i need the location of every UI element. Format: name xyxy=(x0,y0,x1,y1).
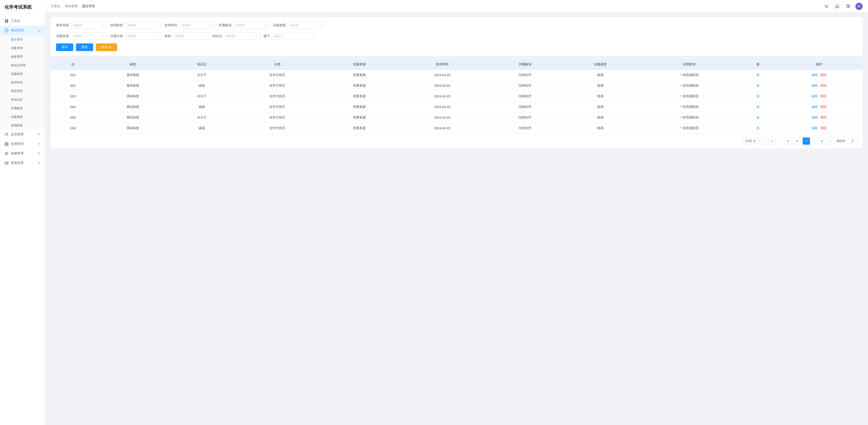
pagination-page-5[interactable]: 5 xyxy=(784,138,792,145)
sidebar-item-paper-mgmt[interactable]: 试卷管理 xyxy=(0,44,45,53)
pagination-page-1[interactable]: 1 xyxy=(769,138,776,145)
filter-select-recommend-level[interactable]: 请选择 ▼ xyxy=(70,22,107,29)
filter-item-tag: 标签 请选择 ▼ xyxy=(164,33,209,40)
breadcrumb-sep-1: › xyxy=(62,4,63,8)
filter-label-recommend-level: 推荐等级 xyxy=(56,23,69,27)
table-row: 002 测试标签 碳族 化学方程式 初赛真题 2024-04-20 结构化学 较… xyxy=(51,81,863,91)
cell-id: 006 xyxy=(51,123,95,133)
pagination-next-btn[interactable]: › xyxy=(828,138,835,145)
page-size-select[interactable]: 20/页 ▼ xyxy=(743,138,758,144)
edit-button[interactable]: 编辑 xyxy=(811,84,818,87)
filter-select-source[interactable]: 请选择 ▼ xyxy=(70,33,107,40)
notification-icon[interactable] xyxy=(834,3,841,10)
push-button[interactable]: 推 xyxy=(756,105,760,109)
sidebar-item-exam-mgmt[interactable]: 考试管理 ▲ xyxy=(0,26,45,35)
cell-publish-time: 2024-04-20 xyxy=(397,123,487,133)
sidebar-item-tag-mgmt[interactable]: 标签管理 xyxy=(0,53,45,61)
sidebar-item-channel-settings[interactable]: 渠道设置 ▼ xyxy=(0,158,45,168)
svg-point-14 xyxy=(6,153,7,154)
filter-select-tag[interactable]: 请选择 ▼ xyxy=(173,33,209,40)
filter-select-difficulty[interactable]: 请选择 ▼ xyxy=(287,22,324,29)
cell-knowledge: 碳族 xyxy=(170,81,233,91)
reset-button[interactable]: 重置 xyxy=(76,43,93,51)
filter-input-stem[interactable] xyxy=(272,33,315,39)
sidebar-item-knowledge-mgmt[interactable]: 知识点管理 xyxy=(0,61,45,70)
push-button[interactable]: 推 xyxy=(756,73,760,77)
sidebar-item-source-mgmt[interactable]: 试题来源 xyxy=(0,70,45,78)
sidebar-item-decoration-mgmt-label: 装修管理 xyxy=(11,151,24,155)
col-knowledge: 知识点 xyxy=(170,59,233,70)
filter-select-difficulty-arrow: ▼ xyxy=(319,24,321,27)
cell-push[interactable]: 推 xyxy=(740,102,776,112)
sidebar-item-workbench[interactable]: 工作台 xyxy=(0,16,45,26)
filter-select-publish-time[interactable]: 请选择 ▼ xyxy=(179,22,215,29)
cell-publish-time: 2024-04-20 xyxy=(397,112,487,123)
cell-tag: 测试标签 xyxy=(95,91,171,102)
edit-button[interactable]: 编辑 xyxy=(811,116,818,119)
sidebar-item-decoration-mgmt[interactable]: 装修管理 ▼ xyxy=(0,149,45,158)
cell-knowledge: 碳族 xyxy=(170,123,233,133)
breadcrumb-workbench[interactable]: 工作台 xyxy=(51,4,60,8)
sidebar-item-member-mgmt[interactable]: 会员管理 ▼ xyxy=(0,130,45,139)
edit-button[interactable]: 编辑 xyxy=(811,94,818,98)
cell-category: 化学方程式 xyxy=(233,81,322,91)
sidebar-item-type-mgmt[interactable]: 类型管理 xyxy=(0,87,45,95)
delete-button[interactable]: 删除 xyxy=(820,94,827,98)
svg-rect-0 xyxy=(5,20,6,21)
avatar[interactable]: Ai xyxy=(855,3,863,10)
filter-select-module[interactable]: 请选择 ▼ xyxy=(233,22,270,29)
push-button[interactable]: 推 xyxy=(756,84,760,87)
cell-difficulty: 较易 xyxy=(563,91,638,102)
delete-button[interactable]: 删除 xyxy=(820,126,827,130)
pagination-page-6[interactable]: 6 xyxy=(794,138,801,145)
help-icon[interactable] xyxy=(844,3,852,10)
sidebar-item-exam-mgmt-label: 考试管理 xyxy=(11,29,24,33)
push-button[interactable]: 推 xyxy=(756,126,760,130)
push-button[interactable]: 推 xyxy=(756,116,760,119)
filter-select-knowledge[interactable]: 请选择 ▼ xyxy=(224,33,260,40)
sidebar-item-workbench-label: 工作台 xyxy=(11,19,20,23)
sidebar-item-module[interactable]: 所属板块 xyxy=(0,104,45,113)
filter-select-publish-time-arrow: ▼ xyxy=(210,24,213,27)
cell-push[interactable]: 推 xyxy=(740,70,776,81)
cell-push[interactable]: 推 xyxy=(740,112,776,123)
sidebar-item-question-mgmt[interactable]: 题目管理 xyxy=(0,35,45,44)
delete-button[interactable]: 删除 xyxy=(820,73,827,77)
col-publish-time: 发布时间 xyxy=(397,59,487,70)
sidebar-item-app-mgmt[interactable]: 应用管理 ▼ xyxy=(0,139,45,149)
sidebar: 化学考试系统 工作台 考试管理 ▲ 题目管理 试卷管理 标签管理 知识点管理 试… xyxy=(0,0,45,425)
filter-select-tag-arrow: ▼ xyxy=(204,35,206,37)
delete-button[interactable]: 删除 xyxy=(820,84,827,87)
delete-button[interactable]: 删除 xyxy=(820,116,827,119)
cell-push[interactable]: 推 xyxy=(740,123,776,133)
jump-to-input[interactable] xyxy=(847,138,858,144)
sidebar-item-publish-time[interactable]: 发布时间 xyxy=(0,78,45,87)
filter-item-stem: 题干 xyxy=(264,33,315,39)
pagination-prev-btn[interactable]: ‹ xyxy=(760,138,767,145)
query-button[interactable]: 查询 xyxy=(56,43,73,51)
sidebar-item-exam-record[interactable]: 考试记录 xyxy=(0,95,45,104)
pagination-page-8[interactable]: 8 xyxy=(818,138,826,145)
exam-mgmt-arrow-icon: ▲ xyxy=(38,29,40,32)
delete-button[interactable]: 删除 xyxy=(820,105,827,109)
filter-select-module-text: 请选择 xyxy=(236,23,245,27)
edit-button[interactable]: 编辑 xyxy=(811,73,818,77)
cell-push[interactable]: 推 xyxy=(740,81,776,91)
push-button[interactable]: 推 xyxy=(756,94,760,98)
sidebar-item-difficulty[interactable]: 试题难度 xyxy=(0,113,45,121)
cell-stage: 一轮巩固阶段 xyxy=(638,123,740,133)
breadcrumb-exam-mgmt[interactable]: 考试管理 xyxy=(65,4,78,8)
search-icon[interactable] xyxy=(823,3,830,10)
cell-knowledge: 水分子 xyxy=(170,112,233,123)
questions-table: ID 标签 知识点 分类 试题来源 发布时间 所属板块 试题难度 试用阶段 推 … xyxy=(51,59,863,133)
sidebar-item-stage[interactable]: 使用阶段 xyxy=(0,121,45,130)
filter-select-category-text: 请选择 xyxy=(127,34,136,38)
edit-button[interactable]: 编辑 xyxy=(811,126,818,130)
add-button[interactable]: 新增 ⊕ xyxy=(96,43,117,51)
edit-button[interactable]: 编辑 xyxy=(811,105,818,109)
pagination-page-7[interactable]: 7 xyxy=(803,138,810,145)
cell-push[interactable]: 推 xyxy=(740,91,776,102)
filter-select-stage[interactable]: 请选择 ▼ xyxy=(125,22,161,29)
filter-select-category[interactable]: 请选择 ▼ xyxy=(125,33,161,40)
sidebar-item-member-mgmt-label: 会员管理 xyxy=(11,132,24,136)
